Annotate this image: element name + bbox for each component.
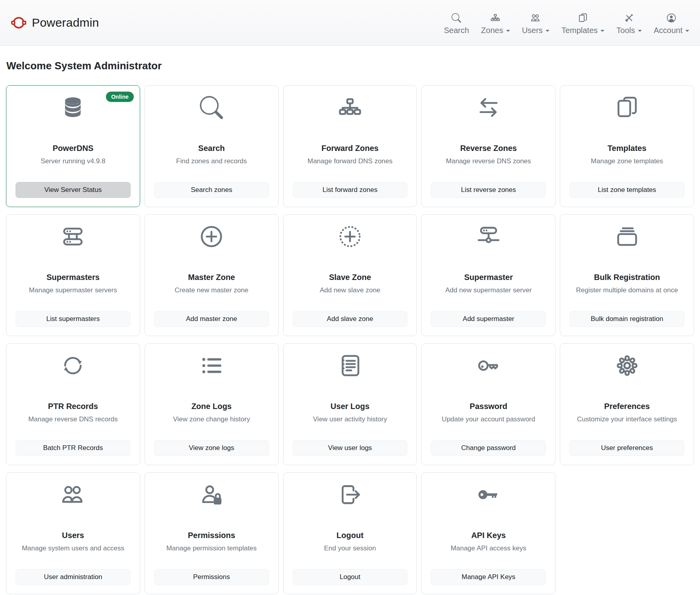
card-subtitle: Manage system users and access xyxy=(22,544,124,552)
database-icon xyxy=(61,96,84,119)
main-content: Welcome System Administrator Online Powe… xyxy=(0,46,700,594)
card-supermaster: Supermaster Add new supermaster server A… xyxy=(421,214,555,336)
chevron-down-icon xyxy=(546,30,549,32)
card-subtitle: Find zones and records xyxy=(176,157,247,165)
nav-menu: Search Zones xyxy=(444,11,689,35)
batch-ptr-records-button[interactable]: Batch PTR Records xyxy=(16,440,131,456)
card-title: User Logs xyxy=(330,402,370,411)
card-subtitle: Manage reverse DNS zones xyxy=(446,157,531,165)
card-title: Bulk Registration xyxy=(594,273,660,282)
person-circle-icon xyxy=(667,13,676,23)
user-preferences-button[interactable]: User preferences xyxy=(569,440,684,456)
list-forward-zones-button[interactable]: List forward zones xyxy=(293,182,408,198)
card-subtitle: Update your account password xyxy=(442,415,535,423)
card-subtitle: View user activity history xyxy=(313,415,387,423)
logout-button[interactable]: Logout xyxy=(293,569,408,585)
nav-item-users[interactable]: Users xyxy=(522,13,549,35)
card-subtitle: Manage supermaster servers xyxy=(29,286,117,294)
nav-item-search[interactable]: Search xyxy=(444,13,469,35)
plus-circle-dotted-icon xyxy=(338,225,362,248)
card-powerdns: Online PowerDNS Server running v4.9.8 Vi… xyxy=(6,85,140,207)
card-title: Supermaster xyxy=(464,273,513,282)
permissions-button[interactable]: Permissions xyxy=(154,569,269,585)
card-logout: Logout End your session Logout xyxy=(283,472,417,594)
card-forward-zones: Forward Zones Manage forward DNS zones L… xyxy=(283,85,417,207)
add-supermaster-button[interactable]: Add supermaster xyxy=(431,311,546,327)
plus-circle-icon xyxy=(200,225,223,248)
list-zone-templates-button[interactable]: List zone templates xyxy=(569,182,684,198)
nav-item-tools[interactable]: Tools xyxy=(616,13,642,35)
card-password: Password Update your account password Ch… xyxy=(421,343,555,465)
dashboard-grid: Online PowerDNS Server running v4.9.8 Vi… xyxy=(6,85,694,594)
search-icon xyxy=(200,96,223,119)
user-administration-button[interactable]: User administration xyxy=(16,569,131,585)
nav-label: Tools xyxy=(616,26,635,35)
list-icon xyxy=(200,354,223,377)
card-title: Password xyxy=(470,402,507,411)
card-title: Permissions xyxy=(188,531,235,540)
nav-item-account[interactable]: Account xyxy=(654,13,689,35)
card-title: Search xyxy=(198,144,225,153)
card-title: PowerDNS xyxy=(53,144,93,153)
card-title: Master Zone xyxy=(188,273,235,282)
brand[interactable]: Poweradmin xyxy=(11,15,99,31)
diagram-icon xyxy=(491,13,500,23)
card-title: Users xyxy=(62,531,84,540)
card-subtitle: Register multiple domains at once xyxy=(576,286,678,294)
view-user-logs-button[interactable]: View user logs xyxy=(293,440,408,456)
card-search: Search Find zones and records Search zon… xyxy=(145,85,279,207)
poweradmin-logo-icon xyxy=(11,15,27,31)
view-server-status-button[interactable]: View Server Status xyxy=(16,182,131,198)
copy-icon xyxy=(616,96,639,119)
people-icon xyxy=(531,13,540,23)
card-supermasters: Supermasters Manage supermaster servers … xyxy=(6,214,140,336)
key-icon xyxy=(477,354,500,377)
card-title: Templates xyxy=(608,144,646,153)
card-ptr-records: PTR Records Manage reverse DNS records B… xyxy=(6,343,140,465)
nav-item-templates[interactable]: Templates xyxy=(561,13,604,35)
server-rack-icon xyxy=(61,225,84,248)
list-supermasters-button[interactable]: List supermasters xyxy=(16,311,131,327)
card-title: Slave Zone xyxy=(329,273,371,282)
add-master-zone-button[interactable]: Add master zone xyxy=(154,311,269,327)
card-subtitle: Manage permission templates xyxy=(166,544,257,552)
card-zone-logs: Zone Logs View zone change history View … xyxy=(145,343,279,465)
collection-icon xyxy=(616,225,639,248)
card-subtitle: Manage API access keys xyxy=(451,544,526,552)
list-reverse-zones-button[interactable]: List reverse zones xyxy=(431,182,546,198)
nav-item-zones[interactable]: Zones xyxy=(481,13,510,35)
card-users: Users Manage system users and access Use… xyxy=(6,472,140,594)
card-subtitle: Server running v4.9.8 xyxy=(41,157,106,165)
manage-api-keys-button[interactable]: Manage API Keys xyxy=(431,569,546,585)
card-user-logs: User Logs View user activity history Vie… xyxy=(283,343,417,465)
chevron-down-icon xyxy=(506,30,510,32)
people-icon xyxy=(61,483,84,506)
nav-label: Users xyxy=(522,26,543,35)
view-zone-logs-button[interactable]: View zone logs xyxy=(154,440,269,456)
card-title: Supermasters xyxy=(47,273,100,282)
card-reverse-zones: Reverse Zones Manage reverse DNS zones L… xyxy=(421,85,555,207)
card-subtitle: View zone change history xyxy=(173,415,250,423)
card-title: PTR Records xyxy=(48,402,98,411)
status-badge: Online xyxy=(106,92,134,102)
search-zones-button[interactable]: Search zones xyxy=(154,182,269,198)
card-subtitle: Customize your interface settings xyxy=(577,415,677,423)
card-subtitle: Manage reverse DNS records xyxy=(28,415,118,423)
nav-label: Account xyxy=(654,26,682,35)
copy-icon xyxy=(578,13,588,23)
chevron-down-icon xyxy=(638,30,642,32)
card-title: API Keys xyxy=(471,531,506,540)
change-password-button[interactable]: Change password xyxy=(431,440,546,456)
gear-icon xyxy=(616,354,639,377)
card-permissions: Permissions Manage permission templates … xyxy=(145,472,279,594)
card-templates: Templates Manage zone templates List zon… xyxy=(560,85,694,207)
chevron-down-icon xyxy=(600,30,604,32)
bulk-domain-registration-button[interactable]: Bulk domain registration xyxy=(569,311,684,327)
nav-label: Templates xyxy=(561,26,598,35)
card-title: Logout xyxy=(336,531,364,540)
tools-icon xyxy=(624,13,634,23)
arrow-repeat-icon xyxy=(61,354,84,377)
search-icon xyxy=(452,13,461,23)
add-slave-zone-button[interactable]: Add slave zone xyxy=(293,311,408,327)
nav-label: Search xyxy=(444,26,469,35)
